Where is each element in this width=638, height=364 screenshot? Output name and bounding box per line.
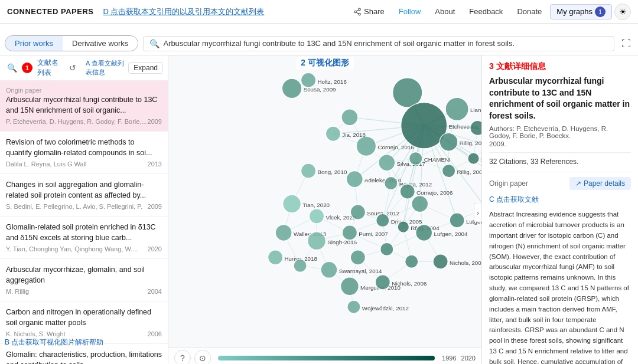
paper-item-origin[interactable]: Origin paper Arbuscular mycorrhizal fung… bbox=[0, 81, 168, 132]
follow-button[interactable]: Follow bbox=[393, 5, 427, 18]
paper-detail-year: 2009. bbox=[489, 140, 631, 147]
svg-point-99 bbox=[341, 109, 358, 126]
svg-point-96 bbox=[282, 78, 302, 99]
paper-year: 2009 bbox=[148, 203, 162, 210]
paper-details-button[interactable]: ↗ Paper details bbox=[569, 177, 631, 190]
paper-title: Glomalin: characteristics, production, l… bbox=[6, 350, 162, 364]
list-item[interactable]: Arbuscular mycorrhizae, glomalin, and so… bbox=[0, 259, 168, 301]
viz-controls: ? ⊙ bbox=[174, 350, 211, 364]
tab-prior-works[interactable]: Prior works bbox=[5, 36, 63, 51]
paper-authors: Dalila L. Reyna, Luis G Wall bbox=[6, 160, 87, 168]
svg-text:Swarnayal, 2014: Swarnayal, 2014 bbox=[339, 268, 382, 274]
list-item[interactable]: Glomalin-related soil protein enriched i… bbox=[0, 217, 168, 259]
donate-button[interactable]: Donate bbox=[511, 5, 548, 18]
paper-title: Glomalin-related soil protein enriched i… bbox=[6, 222, 162, 243]
paper-authors: Y. Tian, Chongling Yan, Qinghong Wang, W… bbox=[6, 245, 138, 252]
svg-text:Liang, 2015: Liang, 2015 bbox=[470, 107, 481, 113]
paper-title: Changes in soil aggregation and glomalin… bbox=[6, 180, 162, 201]
paper-year: 2004 bbox=[148, 288, 162, 295]
middle-panel: 2 可视化图形 Sousa, 2009Etcheverria, 2009Lian… bbox=[168, 55, 481, 364]
paper-title: Revision of two colorimetric methods to … bbox=[6, 137, 162, 158]
svg-point-104 bbox=[356, 136, 376, 156]
viz-bottom-bar: ? ⊙ 1996 2020 bbox=[168, 347, 481, 364]
origin-paper-label: Origin paper bbox=[489, 179, 528, 188]
tab-derivative-works[interactable]: Derivative works bbox=[63, 36, 138, 51]
header-title[interactable]: D 点击获取本文引用的以及引用本文的文献列表 bbox=[103, 6, 347, 17]
annotation-a-text: A 查看文献列表信息 bbox=[86, 59, 126, 77]
left-panel-toolbar: 🔍 1 文献名列表 ↺ A 查看文献列表信息 Expand bbox=[0, 55, 168, 81]
paper-year: 2009 bbox=[148, 118, 162, 125]
paper-abstract: Abstract Increasing evidence suggests th… bbox=[489, 209, 631, 364]
paper-title: Arbuscular mycorrhizal fungi contribute … bbox=[6, 95, 162, 116]
paper-authors: K. Nichols, S. Wright bbox=[6, 330, 66, 337]
svg-point-164 bbox=[341, 277, 359, 296]
svg-point-147 bbox=[376, 214, 389, 227]
annotation-b-label: B 点击获取可视化图片解析帮助 bbox=[5, 337, 103, 347]
search-toggle-button[interactable]: 🔍 bbox=[5, 62, 19, 74]
svg-point-151 bbox=[416, 224, 432, 241]
svg-text:Cornejo, 2016: Cornejo, 2016 bbox=[377, 144, 414, 150]
svg-point-114 bbox=[470, 120, 481, 135]
annotation-a-label: 文献名列表 bbox=[37, 58, 62, 78]
svg-point-126 bbox=[412, 196, 428, 212]
search-bar: 🔍 bbox=[143, 36, 614, 51]
svg-text:Cornejo, 2006: Cornejo, 2006 bbox=[416, 189, 453, 196]
fullscreen-button[interactable]: ⛶ bbox=[619, 36, 633, 51]
svg-point-171 bbox=[347, 300, 360, 313]
svg-text:Singh-2015: Singh-2015 bbox=[327, 239, 357, 245]
paper-details-label: Paper details bbox=[584, 179, 625, 188]
svg-point-2 bbox=[359, 13, 361, 15]
svg-point-160 bbox=[321, 261, 337, 278]
header-actions: Share Follow About Feedback Donate My gr… bbox=[347, 4, 631, 20]
paper-detail-authors: Authors: P. Etcheverria, D. Huygens, R. … bbox=[489, 125, 631, 139]
target-button[interactable]: ⊙ bbox=[194, 350, 211, 364]
svg-point-124 bbox=[400, 184, 415, 199]
my-graphs-button[interactable]: My graphs 1 bbox=[550, 4, 612, 19]
refresh-button[interactable]: ↺ bbox=[67, 62, 79, 74]
divider bbox=[489, 172, 631, 172]
svg-text:Wojewódzki, 2012: Wojewódzki, 2012 bbox=[362, 305, 409, 311]
svg-point-110 bbox=[409, 152, 422, 165]
svg-point-173 bbox=[301, 73, 315, 87]
paper-year: 2006 bbox=[148, 330, 162, 337]
paper-authors: P. Etcheverria, D. Huygens, R. Godoy, F.… bbox=[6, 118, 147, 125]
svg-point-102 bbox=[445, 97, 468, 120]
papers-list: Origin paper Arbuscular mycorrhizal fung… bbox=[0, 81, 168, 364]
search-input[interactable] bbox=[163, 39, 608, 48]
svg-point-122 bbox=[385, 176, 398, 189]
tab-group: Prior works Derivative works bbox=[5, 35, 138, 51]
feedback-button[interactable]: Feedback bbox=[463, 5, 509, 18]
toggle-right-panel-button[interactable]: › bbox=[474, 202, 481, 222]
about-button[interactable]: About bbox=[429, 5, 461, 18]
svg-point-141 bbox=[275, 224, 292, 241]
paper-authors: S. Bedini, E. Pellegrino, L. Avio, S. Pe… bbox=[6, 203, 142, 210]
svg-text:Rillig, 2006: Rillig, 2006 bbox=[457, 169, 481, 175]
logo: CONNECTED PAPERS bbox=[7, 7, 93, 16]
expand-button[interactable]: Expand bbox=[128, 62, 163, 74]
svg-point-157 bbox=[268, 250, 283, 265]
list-item[interactable]: Changes in soil aggregation and glomalin… bbox=[0, 174, 168, 217]
help-button[interactable]: ? bbox=[174, 350, 191, 364]
svg-point-143 bbox=[308, 232, 326, 250]
svg-text:Bong, 2010: Bong, 2010 bbox=[317, 169, 347, 175]
paper-meta: P. Etcheverria, D. Huygens, R. Godoy, F.… bbox=[6, 118, 162, 125]
svg-point-127 bbox=[442, 164, 455, 177]
paper-year: 2013 bbox=[148, 160, 162, 168]
svg-point-106 bbox=[325, 126, 340, 141]
timeline-bar bbox=[218, 356, 435, 360]
sub-header-wrap: Prior works Derivative works 🔍 ⛶ bbox=[0, 24, 638, 55]
share-button[interactable]: Share bbox=[347, 5, 390, 18]
svg-point-135 bbox=[283, 195, 301, 213]
svg-text:Tian, 2020: Tian, 2020 bbox=[302, 202, 330, 208]
svg-line-3 bbox=[356, 12, 359, 13]
paper-authors: M. Rillig bbox=[6, 288, 29, 295]
svg-line-4 bbox=[356, 9, 359, 11]
svg-point-153 bbox=[450, 213, 464, 228]
svg-point-166 bbox=[375, 275, 390, 290]
origin-paper-row: Origin paper ↗ Paper details bbox=[489, 177, 631, 190]
visualization-graph: Sousa, 2009Etcheverria, 2009Liang, 2015C… bbox=[168, 55, 481, 364]
external-link-icon: ↗ bbox=[575, 179, 581, 188]
list-item[interactable]: Revision of two colorimetric methods to … bbox=[0, 132, 168, 174]
theme-toggle-button[interactable]: ☀ bbox=[614, 4, 631, 20]
share-label: Share bbox=[364, 7, 385, 16]
